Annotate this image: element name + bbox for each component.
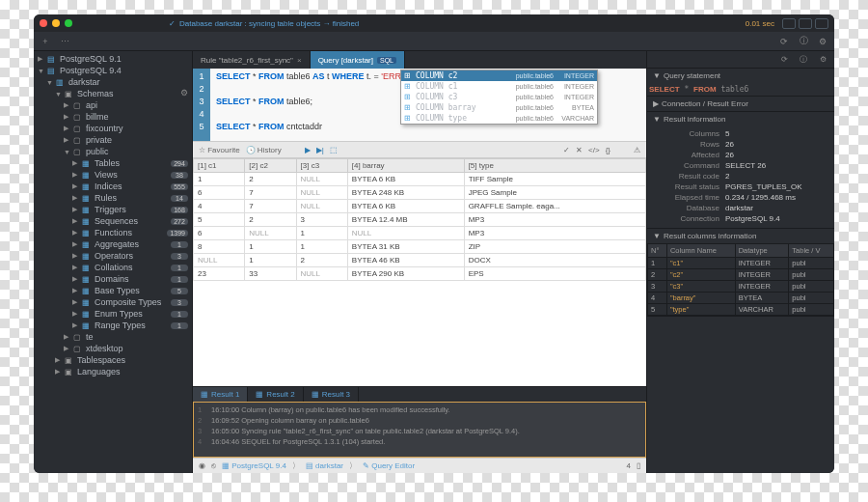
- tree-node[interactable]: ▶▢billme: [34, 111, 192, 123]
- result-grid[interactable]: [1] c1[2] c2[3] c3[4] barray[5] type12NU…: [193, 158, 646, 386]
- info-icon[interactable]: ⓘ: [798, 54, 809, 66]
- tree-node[interactable]: ▶▦Rules14: [34, 192, 192, 204]
- code-icon[interactable]: </>: [588, 146, 600, 154]
- tree-node[interactable]: ▶▦Composite Types3: [34, 296, 192, 308]
- run-step-icon[interactable]: ▶|: [316, 146, 324, 154]
- tree-node[interactable]: ▶▦Operators3: [34, 250, 192, 262]
- filter-icon[interactable]: ⎋: [211, 461, 216, 470]
- tree-node[interactable]: ▼▥darkstar: [34, 76, 192, 88]
- grid-row[interactable]: 523BYTEA 12.4 MBMP3: [194, 213, 646, 227]
- gear-icon[interactable]: ⚙: [180, 88, 188, 98]
- autocomplete-item[interactable]: ⊞COLUMN typepublic.table6VARCHAR: [401, 113, 597, 124]
- columns-table: N°Column NameDatatypeTable / V1"c1"INTEG…: [647, 243, 834, 316]
- grid-header[interactable]: [3] c3: [296, 159, 347, 173]
- log-line: 116:10:00 Column (barray) on public.tabl…: [198, 404, 641, 415]
- cancel-icon[interactable]: ✕: [576, 146, 583, 154]
- add-icon[interactable]: +: [40, 36, 51, 47]
- tree-node[interactable]: ▶▦Collations1: [34, 262, 192, 273]
- run-icon[interactable]: ▶: [305, 146, 311, 154]
- autocomplete-item[interactable]: ⊞COLUMN barraypublic.table6BYTEA: [401, 102, 597, 113]
- gear-icon[interactable]: ⚙: [817, 54, 828, 66]
- grid-header[interactable]: [4] barray: [347, 159, 464, 173]
- result-tab-1[interactable]: ▦ Result 1: [193, 387, 248, 402]
- grid-row[interactable]: 6NULL1NULLMP3: [194, 227, 646, 240]
- tree-node[interactable]: ▶▢api: [34, 99, 192, 111]
- grid-header[interactable]: [2] c2: [245, 159, 296, 173]
- grid-header[interactable]: [1] c1: [194, 159, 245, 173]
- explain-icon[interactable]: ⬚: [330, 146, 338, 154]
- grid-row[interactable]: 47NULLBYTEA 6 KBGRAFFLE Sample. eaga...: [194, 200, 646, 213]
- tree-node[interactable]: ▼▤PostgreSQL 9.4: [34, 65, 192, 76]
- refresh-icon[interactable]: ⟳: [778, 54, 790, 66]
- tree-node[interactable]: ▶▢private: [34, 134, 192, 146]
- tree-node[interactable]: ▶▢xtdesktop: [34, 343, 192, 354]
- tab-rule[interactable]: Rule "table2_r6_first_sync"×: [193, 51, 311, 69]
- tree-node[interactable]: ▶▦Indices555: [34, 181, 192, 192]
- col-row[interactable]: 2"c2"INTEGERpubl: [648, 269, 834, 281]
- layout-btn-2[interactable]: [799, 18, 812, 29]
- autocomplete-item[interactable]: ⊞COLUMN c3public.table6INTEGER: [401, 92, 597, 102]
- grid-row[interactable]: 811BYTEA 31 KBZIP: [194, 240, 646, 254]
- tree-node[interactable]: ▼▣Schemas: [34, 88, 180, 99]
- crumb-server[interactable]: ▦ PostgreSQL 9.4: [222, 461, 286, 470]
- close-dot[interactable]: [40, 19, 47, 27]
- layout-btn-1[interactable]: [782, 18, 796, 29]
- gear-icon[interactable]: ⚙: [817, 36, 828, 47]
- col-row[interactable]: 5"type"VARCHARpubl: [648, 304, 834, 316]
- info-row: Columns5: [653, 128, 828, 139]
- tree-node[interactable]: ▶▦Functions1399: [34, 227, 192, 238]
- close-icon[interactable]: ×: [297, 56, 302, 65]
- tab-query[interactable]: Query [darkstar]SQL: [311, 51, 405, 69]
- tree-node[interactable]: ▶▦Domains1: [34, 273, 192, 285]
- log-panel: 116:10:00 Column (barray) on public.tabl…: [193, 402, 646, 458]
- history-btn[interactable]: 🕓 History: [246, 146, 282, 154]
- result-info-header[interactable]: ▼ Result information: [647, 112, 834, 126]
- tree-node[interactable]: ▶▦Base Types5: [34, 285, 192, 296]
- tree-node[interactable]: ▶▦Views38: [34, 169, 192, 181]
- result-cols-header[interactable]: ▼ Result columns information: [647, 229, 834, 243]
- tree-node[interactable]: ▶▦Sequences272: [34, 215, 192, 227]
- result-tab-3[interactable]: ▦ Result 3: [304, 387, 359, 402]
- record-icon[interactable]: ◉: [199, 461, 205, 470]
- crumb-db[interactable]: ▤ darkstar: [306, 461, 343, 470]
- tree-node[interactable]: ▼▢public: [34, 146, 192, 157]
- tree-node[interactable]: ▶▦Range Types1: [34, 320, 192, 331]
- autocomplete-popup[interactable]: ⊞COLUMN c2public.table6INTEGER⊞COLUMN c1…: [400, 70, 598, 125]
- tree-node[interactable]: ▶▦Triggers168: [34, 204, 192, 215]
- tree-node[interactable]: ▶▣Tablespaces: [34, 354, 192, 366]
- tree-node[interactable]: ▶▦Tables294: [34, 157, 192, 169]
- refresh-icon[interactable]: ⟳: [778, 36, 790, 47]
- tree-node[interactable]: ▶▦Enum Types1: [34, 308, 192, 320]
- minimize-dot[interactable]: [52, 19, 60, 27]
- grid-row[interactable]: 12NULLBYTEA 6 KBTIFF Sample: [194, 173, 646, 186]
- app-window: ✓Database darkstar : syncing table objec…: [34, 14, 834, 473]
- warning-icon[interactable]: ⚠: [634, 146, 640, 154]
- menu-icon[interactable]: ⋯: [59, 36, 70, 47]
- zoom-dot[interactable]: [65, 19, 72, 27]
- crumb-editor[interactable]: ✎ Query Editor: [363, 461, 415, 470]
- col-row[interactable]: 3"c3"INTEGERpubl: [648, 281, 834, 293]
- col-row[interactable]: 4"barray"BYTEApubl: [648, 293, 834, 304]
- tree-node[interactable]: ▶▤PostgreSQL 9.1: [34, 53, 192, 65]
- tree-node[interactable]: ▶▦Aggregates1: [34, 238, 192, 250]
- tree-node[interactable]: ▶▢te: [34, 331, 192, 343]
- check-sql-icon[interactable]: ✓: [563, 146, 570, 154]
- format-icon[interactable]: {}: [606, 146, 610, 154]
- sql-editor[interactable]: 12345 SELECT * FROM table6 AS t WHERE t.…: [193, 69, 646, 141]
- layout-btn-3[interactable]: [815, 18, 828, 29]
- grid-header[interactable]: [5] type: [464, 159, 645, 173]
- autocomplete-item[interactable]: ⊞COLUMN c1public.table6INTEGER: [401, 81, 597, 92]
- grid-row[interactable]: NULL12BYTEA 46 KBDOCX: [194, 254, 646, 267]
- expand-log-icon[interactable]: ▯: [637, 461, 640, 470]
- autocomplete-item[interactable]: ⊞COLUMN c2public.table6INTEGER: [401, 70, 597, 81]
- conn-error-header[interactable]: ▶ Connection / Result Error: [647, 97, 834, 111]
- tree-node[interactable]: ▶▣Languages: [34, 366, 192, 377]
- info-icon[interactable]: ⓘ: [798, 36, 809, 47]
- query-statement-header[interactable]: ▼ Query statement: [647, 69, 834, 83]
- col-row[interactable]: 1"c1"INTEGERpubl: [648, 258, 834, 269]
- grid-row[interactable]: 67NULLBYTEA 248 KBJPEG Sample: [194, 186, 646, 200]
- result-tab-2[interactable]: ▦ Result 2: [248, 387, 303, 402]
- tree-node[interactable]: ▶▢fixcountry: [34, 123, 192, 134]
- grid-row[interactable]: 2333NULLBYTEA 290 KBEPS: [194, 267, 646, 281]
- favourite-btn[interactable]: ☆ Favourite: [199, 146, 240, 154]
